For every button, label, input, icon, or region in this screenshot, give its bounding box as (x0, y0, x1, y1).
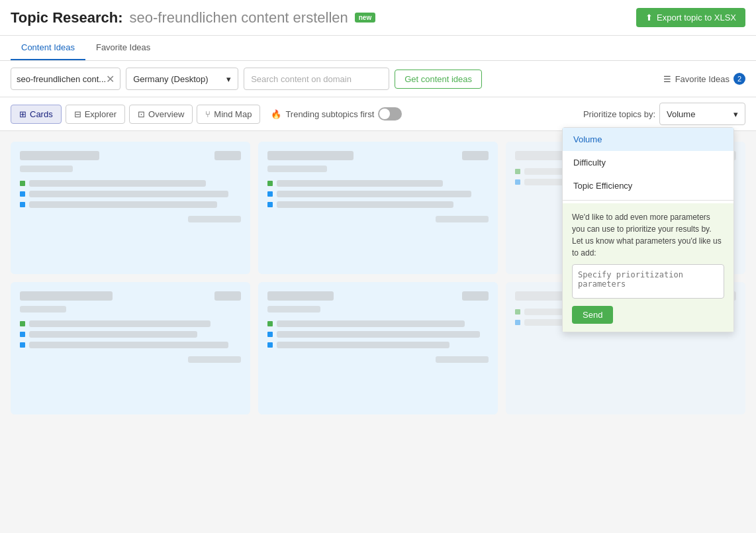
mind-map-icon: ⑂ (205, 109, 211, 119)
dropdown-item-volume[interactable]: Volume (563, 128, 733, 151)
prioritize-label: Prioritize topics by: (583, 109, 655, 119)
dropdown-feedback-section: We'd like to add even more parameters yo… (563, 203, 733, 332)
trending-label: Trending subtopics first (285, 109, 374, 119)
cards-label: Cards (30, 109, 53, 119)
card-sub-blur (20, 306, 66, 313)
toggle-knob (379, 109, 390, 119)
export-label: Export topic to XLSX (657, 13, 736, 23)
dot-blue (267, 202, 273, 207)
dot-blue (515, 320, 520, 325)
explorer-icon: ⊟ (74, 109, 81, 119)
dot-green (515, 309, 520, 315)
explorer-view-button[interactable]: ⊟ Explorer (66, 105, 125, 124)
domain-placeholder: Search content on domain (251, 74, 352, 84)
card-sub-blur (267, 306, 320, 313)
dot-blue (20, 202, 25, 207)
country-value: Germany (Desktop) (133, 74, 208, 84)
dot-blue (267, 332, 273, 337)
export-icon: ⬆ (645, 13, 653, 23)
card-num-blur (462, 151, 489, 160)
dropdown-item-topic-efficiency[interactable]: Topic Efficiency (563, 174, 733, 197)
card-title-blur (267, 291, 334, 301)
trending-toggle-container: 🔥 Trending subtopics first (271, 107, 402, 121)
tabs-bar: Content Ideas Favorite Ideas (0, 36, 756, 61)
prioritize-dropdown-menu: Volume Difficulty Topic Efficiency We'd … (562, 127, 734, 332)
mind-map-label: Mind Map (214, 109, 252, 119)
cards-icon: ⊞ (19, 109, 26, 119)
dot-blue (20, 342, 25, 348)
content-card-1 (11, 142, 250, 274)
card-title-blur (267, 151, 354, 160)
explorer-label: Explorer (85, 109, 117, 119)
dropdown-separator (563, 200, 733, 201)
fire-icon: 🔥 (271, 109, 281, 119)
card-num-blur (214, 151, 241, 160)
content-card-4 (11, 282, 250, 414)
page-title: Topic Research: seo-freundlichen content… (11, 9, 375, 26)
tab-favorite-ideas[interactable]: Favorite Ideas (85, 36, 161, 60)
feedback-input[interactable] (572, 264, 724, 299)
trending-toggle-switch[interactable] (378, 107, 402, 121)
dot-blue (267, 342, 273, 348)
chevron-down-icon: ▾ (226, 74, 231, 84)
dot-blue (20, 191, 25, 197)
page-header: Topic Research: seo-freundlichen content… (0, 0, 756, 36)
get-ideas-label: Get content ideas (404, 74, 472, 84)
domain-search-box[interactable]: Search content on domain (244, 68, 389, 90)
card-title-blur (20, 151, 99, 160)
chevron-down-icon: ▾ (733, 109, 738, 119)
title-subtitle: seo-freundlichen content erstellen (130, 9, 348, 26)
dot-green (515, 169, 520, 174)
dot-blue (515, 179, 520, 185)
title-prefix: Topic Research: (11, 9, 123, 26)
dot-green (267, 181, 273, 186)
content-card-5 (258, 282, 498, 414)
overview-view-button[interactable]: ⊡ Overview (129, 105, 193, 124)
dot-blue (20, 332, 25, 337)
card-sub-blur (20, 166, 73, 172)
favorite-count-badge: 2 (733, 73, 745, 85)
dot-green (20, 321, 25, 326)
favorite-ideas-button[interactable]: ☰ Favorite Ideas 2 (663, 73, 745, 85)
list-icon: ☰ (663, 74, 671, 84)
dropdown-item-difficulty[interactable]: Difficulty (563, 151, 733, 174)
view-toolbar: ⊞ Cards ⊟ Explorer ⊡ Overview ⑂ Mind Map… (0, 97, 756, 131)
card-footer-blur (436, 356, 489, 363)
clear-keyword-button[interactable]: ✕ (106, 73, 115, 85)
card-title-blur (20, 291, 113, 301)
overview-label: Overview (148, 109, 184, 119)
new-badge: new (355, 13, 375, 23)
card-num-blur (462, 291, 489, 301)
get-content-ideas-button[interactable]: Get content ideas (395, 70, 482, 89)
card-sub-blur (267, 166, 327, 172)
country-selector[interactable]: Germany (Desktop) ▾ (126, 68, 238, 90)
content-card-2 (258, 142, 498, 274)
dot-blue (267, 191, 273, 197)
card-num-blur (214, 291, 241, 301)
export-button[interactable]: ⬆ Export topic to XLSX (636, 8, 745, 27)
card-footer-blur (188, 356, 241, 363)
cards-view-button[interactable]: ⊞ Cards (11, 105, 62, 124)
search-toolbar: seo-freundlichen cont... ✕ Germany (Desk… (0, 61, 756, 97)
send-feedback-button[interactable]: Send (572, 306, 613, 324)
keyword-value: seo-freundlichen cont... (17, 74, 106, 84)
card-footer-blur (436, 216, 489, 222)
feedback-description: We'd like to add even more parameters yo… (572, 211, 724, 259)
overview-icon: ⊡ (138, 109, 145, 119)
prioritize-dropdown[interactable]: Volume ▾ Volume Difficulty Topic Efficie… (659, 103, 745, 125)
prioritize-value: Volume (667, 109, 695, 119)
keyword-search-box[interactable]: seo-freundlichen cont... ✕ (11, 68, 120, 90)
mind-map-view-button[interactable]: ⑂ Mind Map (197, 105, 260, 124)
dot-green (267, 321, 273, 326)
card-footer-blur (188, 216, 241, 222)
tab-content-ideas[interactable]: Content Ideas (11, 36, 85, 60)
dot-green (20, 181, 25, 186)
favorite-ideas-label: Favorite Ideas (675, 74, 730, 84)
